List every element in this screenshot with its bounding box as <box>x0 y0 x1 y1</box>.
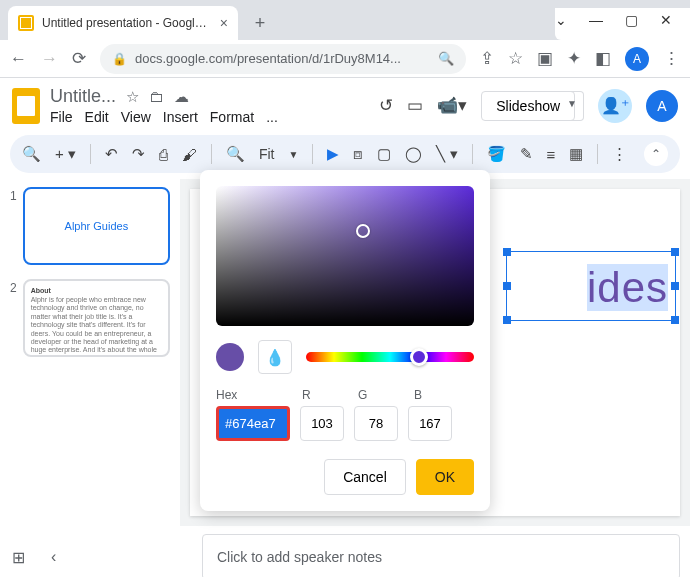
r-input[interactable] <box>300 406 344 441</box>
slideshow-dropdown[interactable]: ▼ <box>561 91 584 121</box>
history-icon[interactable]: ↺ <box>379 95 393 116</box>
speaker-notes[interactable]: Click to add speaker notes <box>202 534 680 577</box>
menu-view[interactable]: View <box>121 109 151 125</box>
star-icon[interactable]: ☆ <box>508 48 523 69</box>
b-input[interactable] <box>408 406 452 441</box>
forward-icon[interactable]: → <box>41 49 58 69</box>
menu-insert[interactable]: Insert <box>163 109 198 125</box>
share-icon[interactable]: ⇪ <box>480 48 494 69</box>
grid-view-icon[interactable]: ⊞ <box>12 548 25 567</box>
hue-slider[interactable] <box>306 352 474 362</box>
browser-tab[interactable]: Untitled presentation - Google Sl × <box>8 6 238 40</box>
profile-avatar[interactable]: A <box>625 47 649 71</box>
install-icon[interactable]: ▣ <box>537 48 553 69</box>
textbox-icon[interactable]: ⧈ <box>353 145 363 163</box>
cancel-button[interactable]: Cancel <box>324 459 406 495</box>
search-icon[interactable]: 🔍 <box>438 51 454 66</box>
share-button[interactable]: 👤⁺ <box>598 89 632 123</box>
cursor-icon[interactable]: ▶ <box>327 145 339 163</box>
search-menus-icon[interactable]: 🔍 <box>22 145 41 163</box>
redo-icon[interactable]: ↷ <box>132 145 145 163</box>
menu-file[interactable]: File <box>50 109 73 125</box>
url-field[interactable]: 🔒 docs.google.com/presentation/d/1rDuy8M… <box>100 44 466 74</box>
url-text: docs.google.com/presentation/d/1rDuy8M14… <box>135 51 401 66</box>
border-weight-icon[interactable]: ≡ <box>547 146 556 163</box>
account-avatar[interactable]: A <box>646 90 678 122</box>
border-color-icon[interactable]: ✎ <box>520 145 533 163</box>
sidepanel-icon[interactable]: ◧ <box>595 48 611 69</box>
hue-handle[interactable] <box>410 348 428 366</box>
close-tab-icon[interactable]: × <box>220 15 228 31</box>
fill-color-icon[interactable]: 🪣 <box>487 145 506 163</box>
move-folder-icon[interactable]: 🗀 <box>149 88 164 105</box>
slides-logo-icon[interactable] <box>12 88 40 124</box>
reload-icon[interactable]: ⟳ <box>72 48 86 69</box>
cloud-status-icon: ☁ <box>174 88 189 106</box>
menu-bar: File Edit View Insert Format ... <box>50 109 278 125</box>
g-label: G <box>358 388 402 402</box>
comments-icon[interactable]: ▭ <box>407 95 423 116</box>
slide-thumbnail-1[interactable]: Alphr Guides <box>23 187 170 265</box>
paint-format-icon[interactable]: 🖌 <box>182 146 197 163</box>
selection-box[interactable] <box>506 251 676 321</box>
new-slide-icon[interactable]: + ▾ <box>55 145 76 163</box>
ok-button[interactable]: OK <box>416 459 474 495</box>
eyedropper-button[interactable]: 💧 <box>258 340 292 374</box>
r-label: R <box>302 388 346 402</box>
line-icon[interactable]: ╲ ▾ <box>436 145 457 163</box>
zoom-icon[interactable]: 🔍 <box>226 145 245 163</box>
color-swatch <box>216 343 244 371</box>
zoom-fit[interactable]: Fit <box>259 146 275 162</box>
color-gradient[interactable] <box>216 186 474 326</box>
menu-more[interactable]: ... <box>266 109 278 125</box>
document-title[interactable]: Untitle... <box>50 86 116 107</box>
thumb-number: 2 <box>10 279 17 357</box>
print-icon[interactable]: ⎙ <box>159 146 168 163</box>
color-picker-popover: 💧 Hex R G B Cancel OK <box>200 170 490 511</box>
more-tools-icon[interactable]: ⋮ <box>612 145 627 163</box>
slides-favicon <box>18 15 34 31</box>
thumb-number: 1 <box>10 187 17 265</box>
new-tab-button[interactable]: + <box>246 9 274 37</box>
extensions-icon[interactable]: ✦ <box>567 48 581 69</box>
b-label: B <box>414 388 458 402</box>
undo-icon[interactable]: ↶ <box>105 145 118 163</box>
tab-title: Untitled presentation - Google Sl <box>42 16 212 30</box>
close-window-icon[interactable]: ✕ <box>660 12 672 28</box>
maximize-icon[interactable]: ▢ <box>625 12 638 28</box>
kebab-menu-icon[interactable]: ⋮ <box>663 48 680 69</box>
browser-titlebar: Untitled presentation - Google Sl × + ⌄ … <box>0 0 690 40</box>
menu-edit[interactable]: Edit <box>85 109 109 125</box>
hex-label: Hex <box>216 388 290 402</box>
window-controls: ⌄ — ▢ ✕ <box>555 8 690 40</box>
collapse-toolbar-icon[interactable]: ⌃ <box>644 142 668 166</box>
menu-format[interactable]: Format <box>210 109 254 125</box>
minimize-icon[interactable]: — <box>589 12 603 28</box>
g-input[interactable] <box>354 406 398 441</box>
lock-icon: 🔒 <box>112 52 127 66</box>
slides-header: Untitle... ☆ 🗀 ☁ File Edit View Insert F… <box>0 78 690 129</box>
meet-icon[interactable]: 📹▾ <box>437 95 467 116</box>
chevron-down-icon[interactable]: ⌄ <box>555 12 567 28</box>
back-icon[interactable]: ← <box>10 49 27 69</box>
image-icon[interactable]: ▢ <box>377 145 391 163</box>
gradient-handle[interactable] <box>356 224 370 238</box>
slides-toolbar: 🔍 + ▾ ↶ ↷ ⎙ 🖌 🔍 Fit ▼ ▶ ⧈ ▢ ◯ ╲ ▾ 🪣 ✎ ≡ … <box>10 135 680 173</box>
shape-icon[interactable]: ◯ <box>405 145 422 163</box>
star-doc-icon[interactable]: ☆ <box>126 88 139 106</box>
browser-urlbar: ← → ⟳ 🔒 docs.google.com/presentation/d/1… <box>0 40 690 78</box>
border-dash-icon[interactable]: ▦ <box>569 145 583 163</box>
hex-input[interactable] <box>216 406 290 441</box>
zoom-dropdown-icon[interactable]: ▼ <box>289 149 299 160</box>
prev-slide-icon[interactable]: ‹ <box>51 548 56 567</box>
slide-thumbnail-2[interactable]: About Alphr is for people who embrace ne… <box>23 279 170 357</box>
slide-thumbnails: 1 Alphr Guides 2 About Alphr is for peop… <box>0 179 180 526</box>
